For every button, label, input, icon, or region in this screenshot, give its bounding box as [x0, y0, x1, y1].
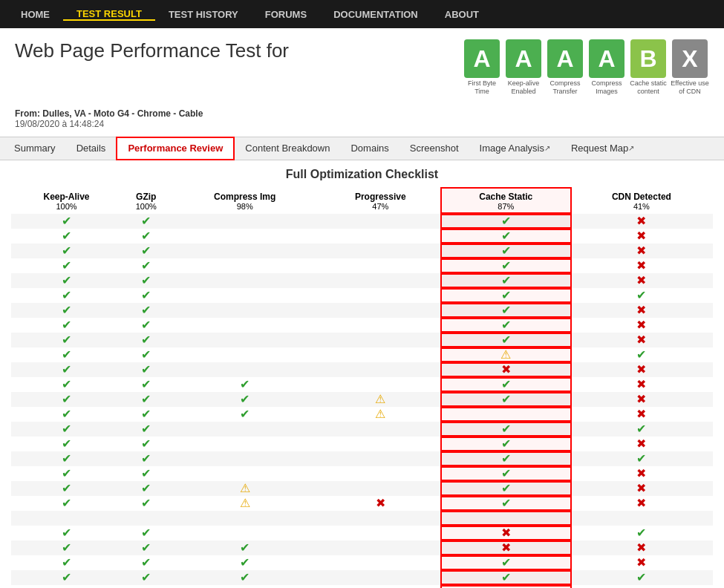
check-icon: [62, 318, 71, 331]
check-icon: [62, 333, 71, 346]
table-cell: [122, 540, 171, 555]
table-cell: [319, 570, 442, 585]
table-cell: [11, 214, 122, 229]
table-cell: [11, 347, 122, 362]
grade-keepalive: A Keep-alive Enabled: [504, 39, 543, 96]
table-cell: [570, 570, 713, 585]
table-row: [11, 362, 713, 377]
table-cell: [570, 437, 713, 451]
table-cell: [570, 347, 713, 362]
table-cell: [570, 303, 713, 318]
table-cell: [442, 244, 570, 258]
tab-screenshot[interactable]: Screenshot: [399, 137, 469, 160]
check-icon: [636, 526, 646, 539]
table-cell: [442, 303, 570, 318]
tab-performance-review[interactable]: Performance Review: [116, 137, 235, 160]
table-cell: [570, 258, 713, 273]
checklist-table: Keep-Alive 100% GZip 100% Compress Img 9…: [11, 189, 713, 588]
table-cell: [11, 377, 122, 392]
table-cell: [442, 347, 570, 362]
cross-icon: [636, 229, 646, 242]
cross-icon: [636, 318, 646, 331]
table-cell: [11, 526, 122, 540]
nav-forums[interactable]: FORUMS: [252, 9, 320, 20]
table-cell: [319, 526, 442, 540]
table-cell: [171, 407, 319, 422]
tab-content-breakdown[interactable]: Content Breakdown: [235, 137, 340, 160]
table-cell: [319, 422, 442, 437]
check-icon: [141, 215, 151, 227]
check-icon: [141, 244, 151, 257]
check-icon: [501, 229, 511, 242]
table-cell: [319, 466, 442, 481]
nav-about[interactable]: ABOUT: [431, 9, 492, 20]
check-icon: [62, 541, 71, 554]
check-icon: [501, 467, 511, 480]
table-cell: [319, 511, 442, 526]
table-cell: [11, 392, 122, 407]
main-content: Full Optimization Checklist Keep-Alive 1…: [0, 160, 724, 588]
table-row: [11, 347, 713, 362]
table-cell: [171, 511, 319, 526]
table-cell: [442, 333, 570, 347]
table-cell: [442, 362, 570, 377]
footer-gzip: GZip: [122, 585, 171, 588]
check-icon: [501, 482, 511, 494]
tab-details[interactable]: Details: [66, 137, 117, 160]
table-cell: [319, 347, 442, 362]
grade-box-a2: A: [506, 39, 541, 78]
tab-summary[interactable]: Summary: [4, 137, 66, 160]
check-icon: [141, 259, 151, 272]
nav-home[interactable]: HOME: [7, 9, 63, 20]
table-cell: [171, 288, 319, 303]
check-icon: [141, 348, 151, 361]
table-cell: [570, 377, 713, 392]
check-icon: [501, 304, 511, 316]
from-line: From: Dulles, VA - Moto G4 - Chrome - Ca…: [15, 108, 709, 119]
check-icon: [141, 378, 151, 391]
check-icon: [141, 541, 151, 554]
table-cell: [570, 229, 713, 244]
tab-domains[interactable]: Domains: [340, 137, 399, 160]
col-header-progressive: Progressive 47%: [319, 189, 442, 214]
check-icon: [141, 571, 151, 584]
col-header-cdn: CDN Detected 41%: [570, 189, 713, 214]
table-cell: [171, 258, 319, 273]
table-cell: [442, 288, 570, 303]
grade-box-a1: A: [464, 39, 500, 78]
table-cell: [442, 214, 570, 229]
cross-icon: [636, 274, 646, 287]
check-icon: [141, 318, 151, 331]
check-icon: [62, 571, 71, 584]
grade-first-byte: A First Byte Time: [463, 39, 501, 96]
cross-icon: [636, 215, 646, 227]
table-cell: [122, 451, 171, 466]
table-row: [11, 526, 713, 540]
check-icon: [501, 393, 511, 405]
tab-request-map[interactable]: Request Map ↗: [561, 137, 645, 160]
cross-icon: [501, 526, 511, 539]
check-icon: [501, 452, 511, 465]
grade-label-5: Effective use of CDN: [671, 79, 709, 96]
table-cell: [319, 333, 442, 347]
check-icon: [141, 556, 151, 569]
table-cell: [319, 451, 442, 466]
table-cell: [570, 333, 713, 347]
footer-cdn: CDN Detected: [570, 585, 713, 588]
table-row: [11, 481, 713, 496]
table-row: [11, 540, 713, 555]
test-date: 19/08/2020 à 14:48:24: [15, 119, 709, 129]
nav-test-history[interactable]: TEST HISTORY: [155, 9, 252, 20]
table-cell: [442, 511, 570, 526]
table-cell: [442, 540, 570, 555]
table-cell: [442, 229, 570, 244]
nav-documentation[interactable]: DOCUMENTATION: [320, 9, 431, 20]
nav-test-result[interactable]: TEST RESULT: [63, 8, 155, 21]
table-cell: [442, 258, 570, 273]
table-cell: [171, 481, 319, 496]
table-cell: [171, 214, 319, 229]
table-cell: [11, 362, 122, 377]
warn-icon: [375, 393, 385, 405]
tab-image-analysis[interactable]: Image Analysis ↗: [469, 137, 561, 160]
check-icon: [501, 497, 511, 509]
